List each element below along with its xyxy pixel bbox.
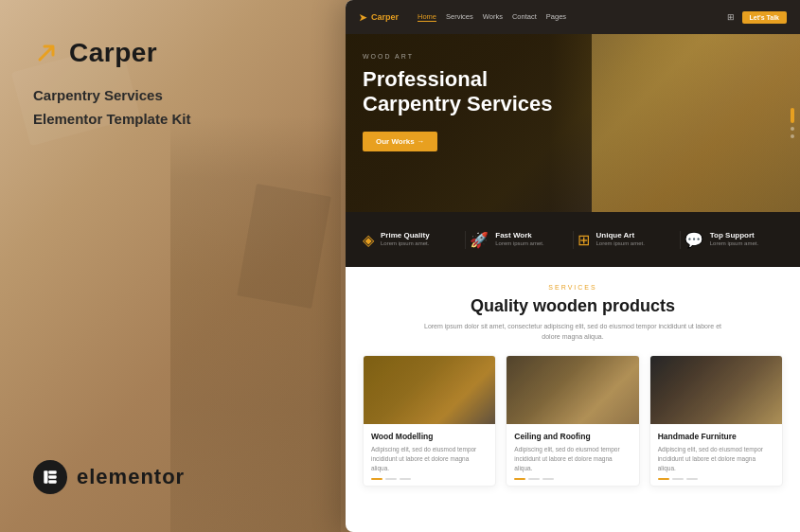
feature-unique-text: Unique Art Lorem ipsum amet. [596,231,645,247]
unique-art-icon: ⊞ [578,231,590,249]
left-panel: Carper Carpentry Services Elementor Temp… [0,0,369,532]
services-title: Quality wooden products [363,296,783,316]
service-card-ceiling-text: Adipiscing elit, sed do eiusmod tempor i… [514,445,631,472]
hero-title-line2: Carpentry Services [363,92,553,115]
elementor-icon [33,460,67,494]
service-card-wood-image [364,356,495,424]
service-card-furniture-dots [658,478,774,480]
service-card-furniture-title: Handmade Furniture [658,432,774,441]
service-card-furniture-image [650,356,782,424]
service-card-furniture-text: Adipiscing elit, sed do eiusmod tempor i… [658,445,774,472]
top-support-title: Top Support [710,231,758,239]
hero-button[interactable]: Our Works → [363,132,437,151]
dot-1 [514,478,525,480]
feature-top-support: 💬 Top Support Lorem ipsum amet. [681,231,787,249]
nav-cta-button[interactable]: Let's Talk [742,11,788,24]
scroll-dot-1 [791,108,794,123]
scroll-dot-2 [791,127,794,131]
svg-rect-1 [48,470,56,473]
feature-unique-art: ⊞ Unique Art Lorem ipsum amet. [574,231,681,249]
service-card-wood-dots [371,478,488,480]
prime-quality-title: Prime Quality [381,231,430,239]
dot-2 [385,478,397,480]
nav-link-home[interactable]: Home [418,12,436,22]
nav-logo-text: Carper [371,12,399,22]
services-section: SERVICES Quality wooden products Lorem i… [346,267,800,498]
top-support-icon: 💬 [684,231,703,249]
brand-name: Carper [69,38,157,68]
feature-prime-quality: ◈ Prime Quality Lorem ipsum amet. [359,231,466,249]
prime-quality-desc: Lorem ipsum amet. [381,239,430,247]
brand-arrow-icon [33,40,60,66]
features-bar: ◈ Prime Quality Lorem ipsum amet. 🚀 Fast… [346,212,800,267]
feature-support-text: Top Support Lorem ipsum amet. [710,231,758,247]
hero-title: Professional Carpentry Services [363,67,783,117]
nav-links: Home Services Works Contact Pages [418,12,715,22]
hero-section: WOOD ART Professional Carpentry Services… [346,34,800,212]
svg-rect-0 [44,470,47,483]
service-card-ceiling-title: Ceiling and Roofing [514,432,631,441]
scroll-dot-3 [791,134,794,138]
dot-3 [400,478,411,480]
service-card-ceiling: Ceiling and Roofing Adipiscing elit, sed… [506,355,639,487]
brand-description-line1: Carpentry Services [33,85,336,107]
dot-3 [542,478,554,480]
elementor-label: elementor [77,465,185,489]
service-card-wood-title: Wood Modelling [371,432,488,441]
dot-1 [658,478,669,480]
fast-work-title: Fast Work [495,231,543,239]
svg-rect-2 [48,475,56,478]
svg-rect-3 [48,480,56,483]
services-description: Lorem ipsum dolor sit amet, consectetur … [421,322,724,342]
service-card-furniture: Handmade Furniture Adipiscing elit, sed … [649,355,783,487]
service-card-ceiling-dots [514,478,631,480]
hero-tag: WOOD ART [363,53,783,60]
service-card-wood-body: Wood Modelling Adipiscing elit, sed do e… [364,424,495,486]
fast-work-icon: 🚀 [470,231,489,249]
service-card-ceiling-body: Ceiling and Roofing Adipiscing elit, sed… [507,424,638,486]
nav-grid-icon: ⊞ [727,12,735,22]
dot-2 [528,478,540,480]
dot-2 [672,478,684,480]
unique-art-title: Unique Art [596,231,645,239]
brand-description-line2: Elementor Template Kit [33,111,336,127]
elementor-badge: elementor [33,460,185,494]
service-card-furniture-body: Handmade Furniture Adipiscing elit, sed … [650,424,782,486]
feature-fast-text: Fast Work Lorem ipsum amet. [495,231,543,247]
unique-art-desc: Lorem ipsum amet. [596,239,645,247]
hero-title-line1: Professional [363,67,488,91]
service-cards-container: Wood Modelling Adipiscing elit, sed do e… [363,355,783,487]
services-label: SERVICES [363,284,783,291]
service-card-wood: Wood Modelling Adipiscing elit, sed do e… [363,355,496,487]
dot-3 [686,478,698,480]
dot-1 [371,478,382,480]
fast-work-desc: Lorem ipsum amet. [495,239,543,247]
hero-button-label: Our Works → [376,137,424,146]
service-card-wood-text: Adipiscing elit, sed do eiusmod tempor i… [371,445,488,472]
top-support-desc: Lorem ipsum amet. [710,239,758,247]
feature-prime-text: Prime Quality Lorem ipsum amet. [381,231,430,247]
feature-fast-work: 🚀 Fast Work Lorem ipsum amet. [466,231,573,249]
service-card-ceiling-image [507,356,638,424]
nav-link-contact[interactable]: Contact [512,12,537,22]
nav-link-pages[interactable]: Pages [546,12,566,22]
preview-navbar: ➤ Carper Home Services Works Contact Pag… [346,0,800,34]
brand-row: Carper [33,38,336,68]
nav-right: ⊞ Let's Talk [727,11,788,24]
nav-link-works[interactable]: Works [483,12,503,22]
hero-scroll-indicator [791,108,794,138]
website-preview: ➤ Carper Home Services Works Contact Pag… [346,0,800,532]
nav-link-services[interactable]: Services [446,12,473,22]
